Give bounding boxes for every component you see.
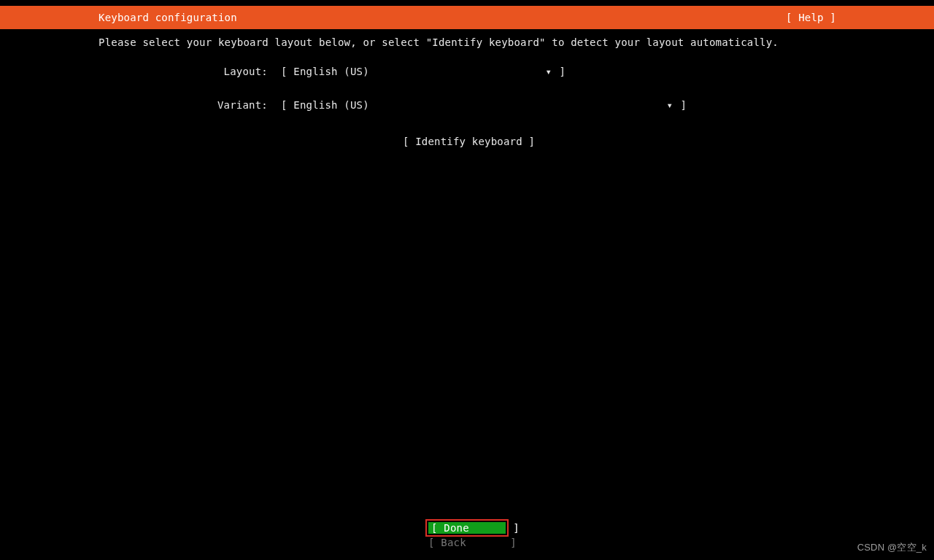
close-bracket: ] <box>674 99 687 111</box>
chevron-down-icon: ▾ <box>544 66 553 77</box>
help-button[interactable]: [ Help ] <box>786 12 836 23</box>
chevron-down-icon: ▾ <box>665 99 674 111</box>
page-title: Keyboard configuration <box>99 12 786 23</box>
done-highlight-box: [ Done ] <box>425 519 509 537</box>
variant-select[interactable]: [ English (US) ▾ ] <box>281 99 687 111</box>
close-bracket: ] <box>553 66 566 77</box>
identify-row: [ Identify keyboard ] <box>99 136 839 147</box>
back-button[interactable]: [ Back ] <box>427 537 507 548</box>
header-bar: Keyboard configuration [ Help ] <box>0 6 934 29</box>
watermark-text: CSDN @空空_k <box>857 541 927 554</box>
open-bracket: [ <box>281 99 293 111</box>
variant-value: English (US) <box>293 99 369 111</box>
main-content: Please select your keyboard layout below… <box>99 35 839 147</box>
done-button[interactable]: [ Done ] <box>428 522 506 534</box>
variant-row: Variant: [ English (US) ▾ ] <box>99 99 839 111</box>
layout-select[interactable]: [ English (US) ▾ ] <box>281 66 566 77</box>
identify-keyboard-button[interactable]: [ Identify keyboard ] <box>403 136 535 147</box>
layout-value: English (US) <box>293 66 369 77</box>
layout-row: Layout: [ English (US) ▾ ] <box>99 66 839 77</box>
layout-label: Layout: <box>99 66 281 77</box>
instruction-text: Please select your keyboard layout below… <box>99 36 839 48</box>
variant-label: Variant: <box>99 99 281 111</box>
bottom-actions: [ Done ] [ Back ] <box>0 519 934 548</box>
open-bracket: [ <box>281 66 293 77</box>
